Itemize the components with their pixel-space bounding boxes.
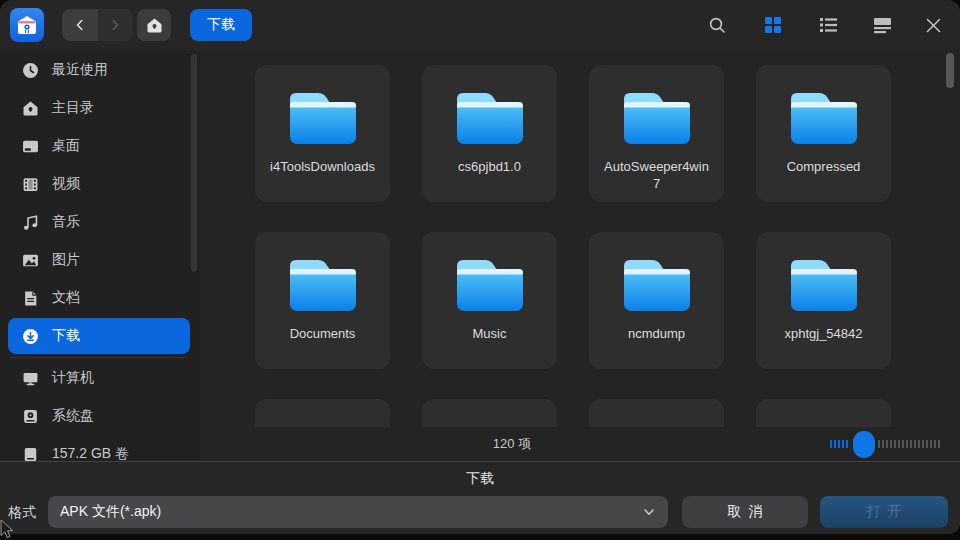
slider-tick	[894, 440, 896, 448]
back-button[interactable]	[62, 9, 98, 41]
slider-tick	[910, 440, 912, 448]
sidebar-item-label: 计算机	[52, 369, 94, 387]
slider-tick	[918, 440, 920, 448]
icon-size-slider[interactable]	[830, 427, 942, 461]
folder-tile[interactable]: cs6pjbd1.0	[422, 65, 557, 202]
home-button[interactable]	[137, 9, 171, 41]
sidebar-item-computer[interactable]: 计算机	[8, 360, 190, 396]
tab-current-directory[interactable]: 下载	[190, 9, 252, 41]
forward-button[interactable]	[98, 9, 134, 41]
sidebar-item-label: 音乐	[52, 213, 80, 231]
slider-tick	[890, 440, 892, 448]
folder-tile[interactable]: ncmdump	[589, 232, 724, 369]
sidebar-item-label: 主目录	[52, 99, 94, 117]
sidebar-item-system-disk[interactable]: 系统盘	[8, 398, 190, 434]
document-icon	[22, 290, 39, 307]
folder-tile[interactable]: AutoSweeper4win7	[589, 65, 724, 202]
folder-name: Compressed	[787, 158, 861, 175]
search-button[interactable]	[707, 15, 727, 35]
slider-tick	[898, 440, 900, 448]
home-icon	[22, 100, 39, 117]
music-icon	[22, 214, 39, 231]
computer-icon	[22, 370, 39, 387]
sidebar-item-label: 桌面	[52, 137, 80, 155]
compact-view-button[interactable]	[872, 15, 892, 35]
sidebar-item-home[interactable]: 主目录	[8, 90, 190, 126]
home-icon	[146, 17, 163, 34]
desktop-icon	[22, 138, 39, 155]
slider-tick	[882, 440, 884, 448]
close-icon	[925, 17, 942, 34]
search-icon	[708, 16, 727, 35]
cancel-button[interactable]: 取消	[682, 496, 808, 528]
item-count-label: 120 项	[493, 435, 531, 453]
open-button[interactable]: 打开	[820, 496, 948, 528]
close-button[interactable]	[923, 15, 943, 35]
back-icon	[73, 18, 87, 32]
content-scrollbar[interactable]	[946, 53, 954, 88]
sidebar-separator	[10, 357, 188, 358]
sidebar-item-volume[interactable]: 157.2 GB 卷	[8, 436, 190, 461]
slider-tick	[914, 440, 916, 448]
folder-name: ncmdump	[628, 325, 685, 342]
slider-tick	[842, 440, 844, 448]
folder-tile-partial[interactable]	[589, 399, 724, 427]
sidebar-item-document[interactable]: 文档	[8, 280, 190, 316]
sidebar-item-clock[interactable]: 最近使用	[8, 52, 190, 88]
forward-icon	[108, 18, 122, 32]
folder-tile[interactable]: xphtgj_54842	[756, 232, 891, 369]
list-view-button[interactable]	[818, 15, 838, 35]
sidebar-item-music[interactable]: 音乐	[8, 204, 190, 240]
folder-name: i4ToolsDownloads	[270, 158, 375, 175]
dialog-footer: 下载 格式 APK 文件(*.apk) 取消 打开	[0, 461, 960, 534]
nav-group	[62, 9, 133, 41]
sidebar-item-download[interactable]: 下载	[8, 318, 190, 354]
folder-icon	[620, 89, 694, 150]
sidebar-item-image[interactable]: 图片	[8, 242, 190, 278]
file-format-combobox[interactable]: APK 文件(*.apk)	[48, 496, 668, 528]
app-logo-icon	[10, 8, 44, 42]
sidebar-item-video[interactable]: 视频	[8, 166, 190, 202]
file-dialog-window: 下载 最近使用主目录桌	[0, 0, 960, 534]
folder-icon	[787, 89, 861, 150]
mouse-cursor	[0, 519, 14, 540]
folder-tile[interactable]: Documents	[255, 232, 390, 369]
sidebar: 最近使用主目录桌面视频音乐图片文档下载 计算机系统盘157.2 GB 卷	[0, 50, 200, 461]
folder-name: xphtgj_54842	[784, 325, 862, 342]
slider-tick	[830, 440, 832, 448]
video-icon	[22, 176, 39, 193]
slider-tick	[838, 440, 840, 448]
folder-icon	[286, 89, 360, 150]
folder-icon	[787, 256, 861, 317]
image-icon	[22, 252, 39, 269]
sidebar-item-label: 文档	[52, 289, 80, 307]
chevron-down-icon	[642, 505, 656, 519]
slider-tick	[846, 440, 848, 448]
folder-tile[interactable]: i4ToolsDownloads	[255, 65, 390, 202]
download-icon	[22, 328, 39, 345]
folder-tile-partial[interactable]	[756, 399, 891, 427]
slider-tick	[926, 440, 928, 448]
folder-name: cs6pjbd1.0	[458, 158, 521, 175]
folder-tile[interactable]: Music	[422, 232, 557, 369]
folder-icon	[286, 256, 360, 317]
grid-view-button[interactable]	[763, 15, 783, 35]
format-value: APK 文件(*.apk)	[60, 503, 642, 521]
folder-icon	[620, 256, 694, 317]
grid-view-icon	[764, 16, 782, 34]
sidebar-item-label: 下载	[52, 327, 80, 345]
folder-tile-partial[interactable]	[255, 399, 390, 427]
sidebar-item-label: 系统盘	[52, 407, 94, 425]
sidebar-item-desktop[interactable]: 桌面	[8, 128, 190, 164]
sidebar-scrollbar[interactable]	[191, 54, 197, 272]
folder-icon	[453, 256, 527, 317]
sidebar-item-label: 图片	[52, 251, 80, 269]
slider-tick	[938, 440, 940, 448]
folder-tile-partial[interactable]	[422, 399, 557, 427]
slider-tick	[934, 440, 936, 448]
folder-name: Music	[473, 325, 507, 342]
folder-tile[interactable]: Compressed	[756, 65, 891, 202]
folder-grid: i4ToolsDownloadscs6pjbd1.0AutoSweeper4wi…	[200, 50, 960, 427]
current-location-title: 下载	[0, 470, 960, 488]
slider-thumb[interactable]	[853, 431, 875, 458]
